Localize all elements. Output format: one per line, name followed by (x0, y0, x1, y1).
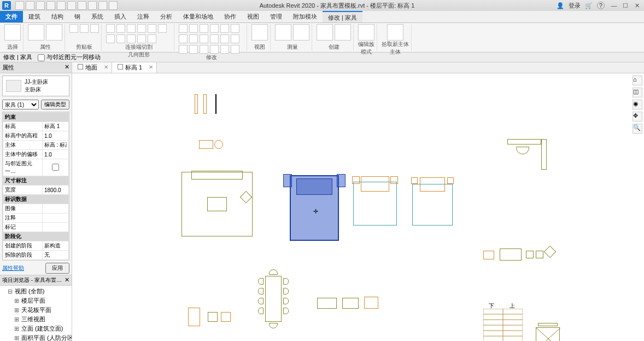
instance-filter[interactable]: 家具 (1) (2, 100, 39, 109)
ribbon-tool[interactable] (189, 45, 198, 54)
apply-button[interactable]: 应用 (45, 263, 69, 274)
nightstand[interactable] (337, 174, 346, 187)
ribbon-tool[interactable] (335, 24, 351, 41)
ribbon-tool[interactable] (210, 45, 219, 54)
ribbon-tool[interactable] (116, 34, 125, 43)
furniture-item[interactable] (195, 94, 198, 114)
ribbon-tool[interactable] (220, 34, 229, 43)
nightstand[interactable] (283, 174, 292, 187)
ribbon-tool[interactable] (106, 34, 115, 43)
ribbon-tool[interactable] (293, 24, 309, 41)
ribbon-tool[interactable] (358, 24, 374, 41)
ribbon-tool[interactable] (200, 24, 208, 33)
ribbon-tool[interactable] (106, 24, 115, 33)
furniture-item[interactable] (342, 298, 359, 309)
chair[interactable] (283, 308, 289, 314)
ribbon-tool[interactable] (179, 45, 188, 54)
furniture-item[interactable] (199, 140, 213, 149)
ribbon-tool[interactable] (220, 24, 229, 33)
tree-node[interactable]: ⊞ 立面 (建筑立面) (0, 324, 72, 333)
user-icon[interactable]: 👤 (557, 2, 564, 9)
ribbon-tab[interactable]: 修改 | 家具 (323, 11, 362, 22)
ribbon-tool[interactable] (387, 24, 403, 41)
chair[interactable] (258, 308, 264, 314)
prop-value[interactable] (44, 215, 67, 221)
furniture-item[interactable] (536, 327, 560, 341)
ribbon-tool[interactable] (189, 34, 198, 43)
headboard[interactable] (420, 177, 445, 192)
help-icon[interactable]: ? (597, 2, 605, 9)
ribbon-tool[interactable] (127, 24, 136, 33)
nightstand[interactable] (447, 177, 454, 184)
furniture-item[interactable] (221, 312, 231, 322)
edit-type-button[interactable]: 编辑类型 (41, 100, 69, 109)
ribbon-tool[interactable] (231, 24, 239, 33)
ribbon-tool[interactable] (158, 24, 167, 33)
zoom-icon[interactable]: 🔍 (633, 124, 642, 134)
view-tab-close[interactable]: ✕ (149, 64, 153, 70)
prop-value[interactable] (44, 152, 67, 158)
sofa[interactable] (191, 171, 243, 180)
tree-node[interactable]: ⊞ 楼层平面 (0, 296, 72, 305)
ribbon-tab[interactable]: 分析 (155, 11, 178, 22)
ribbon-tool[interactable] (179, 34, 188, 43)
prop-value[interactable] (44, 243, 67, 249)
tree-node[interactable]: ⊞ 面积平面 (人防分区面积) (0, 333, 72, 341)
properties-grid[interactable]: 约束标高标高中的高程主体主体中的偏移与邻近图元一…尺寸标注宽度标识数据图像注释标… (2, 112, 69, 261)
furniture-item[interactable] (214, 140, 223, 149)
stair[interactable] (483, 309, 523, 341)
prop-value[interactable] (44, 224, 67, 230)
prop-value[interactable] (44, 187, 67, 193)
prop-value[interactable] (44, 142, 67, 148)
qat-button[interactable] (88, 1, 97, 10)
sink[interactable] (516, 147, 529, 154)
ribbon-tool[interactable] (137, 34, 146, 43)
cart-icon[interactable]: 🛒 (585, 2, 593, 9)
ribbon-tab[interactable]: 建筑 (23, 11, 46, 22)
prop-value[interactable] (44, 133, 67, 139)
ribbon-tab[interactable]: 协作 (219, 11, 242, 22)
close-button[interactable]: ✕ (632, 2, 642, 9)
ribbon-tool[interactable] (148, 24, 156, 33)
ribbon-tool[interactable] (231, 34, 239, 43)
chair[interactable] (283, 288, 289, 294)
furniture-item[interactable] (536, 251, 543, 258)
qat-button[interactable] (78, 1, 86, 10)
option-move-with-nearby[interactable]: 与邻近图元一同移动 (38, 53, 101, 61)
chair[interactable] (269, 269, 278, 275)
qat-button[interactable] (36, 1, 45, 10)
chair[interactable] (258, 298, 264, 304)
ribbon-tab[interactable]: 钢 (69, 11, 86, 22)
tree-node[interactable]: ⊟ 视图 (全部) (0, 287, 72, 296)
qat-button[interactable] (15, 1, 24, 10)
chair[interactable] (269, 323, 278, 328)
ribbon-tab[interactable]: 视图 (242, 11, 265, 22)
login-label[interactable]: 登录 (569, 2, 581, 10)
furniture-item[interactable] (215, 94, 216, 114)
ribbon-tab[interactable]: 附加模块 (288, 11, 323, 22)
ribbon-tab[interactable]: 文件 (0, 11, 23, 22)
view-tab[interactable]: 地面✕ (72, 62, 112, 73)
ribbon-tool[interactable] (189, 24, 198, 33)
ribbon-tool[interactable] (4, 24, 21, 41)
furniture-item[interactable] (526, 251, 534, 258)
minimize-button[interactable]: — (609, 2, 619, 9)
ribbon-tab[interactable]: 结构 (46, 11, 69, 22)
selected-bed[interactable]: ✛ (290, 175, 339, 241)
furniture-item[interactable] (188, 308, 200, 326)
ribbon-tab[interactable]: 系统 (86, 11, 109, 22)
furniture-item[interactable] (317, 298, 337, 309)
ribbon-tool[interactable] (200, 45, 208, 54)
viewcube-icon[interactable]: ◫ (633, 88, 642, 97)
steering-wheel-icon[interactable]: ◉ (633, 100, 642, 109)
ribbon-tool[interactable] (127, 34, 136, 43)
drawing-canvas[interactable]: ✛ (72, 73, 631, 341)
ribbon-tool[interactable] (210, 34, 219, 43)
pan-icon[interactable]: ✥ (633, 112, 642, 122)
qat-button[interactable] (109, 1, 118, 10)
ribbon-tool[interactable] (251, 24, 268, 41)
prop-value[interactable] (44, 206, 67, 212)
qat-button[interactable] (46, 1, 55, 10)
browser-tree[interactable]: ⊟ 视图 (全部)⊞ 楼层平面⊞ 天花板平面⊞ 三维视图⊞ 立面 (建筑立面)⊞… (0, 286, 72, 341)
nightstand[interactable] (390, 176, 398, 184)
